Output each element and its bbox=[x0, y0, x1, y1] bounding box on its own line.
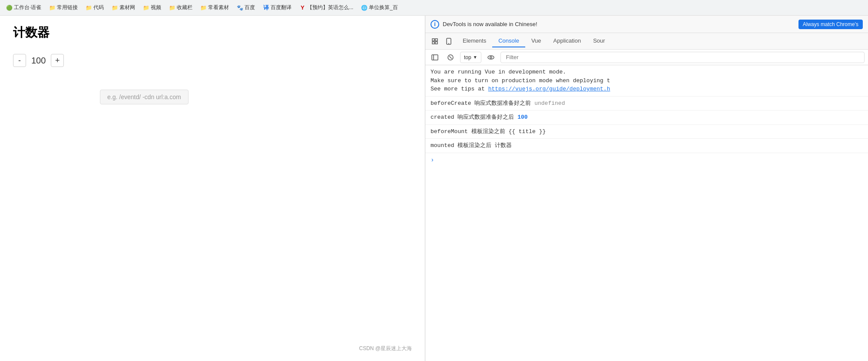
folder-icon-3: 📁 bbox=[112, 5, 118, 11]
select-element-icon[interactable] bbox=[429, 35, 441, 47]
tab-application[interactable]: Application bbox=[547, 35, 587, 47]
bookmark-workbench[interactable]: 🟢 工作台·语雀 bbox=[3, 3, 44, 12]
page-title: 计数器 bbox=[13, 24, 412, 41]
unit-icon: 🌐 bbox=[361, 5, 367, 11]
context-selector[interactable]: top ▼ bbox=[460, 52, 481, 63]
bookmark-bar: 🟢 工作台·语雀 📁 常用链接 📁 代码 📁 素材网 📁 视频 📁 收藏栏 📁 … bbox=[0, 0, 868, 16]
match-chrome-button[interactable]: Always match Chrome's bbox=[798, 20, 863, 29]
svg-rect-2 bbox=[432, 42, 434, 44]
translate-icon: 译 bbox=[263, 5, 269, 11]
bookmark-materials[interactable]: 📁 素材网 bbox=[109, 3, 138, 12]
context-chevron-icon: ▼ bbox=[473, 55, 477, 60]
console-output: You are running Vue in development mode.… bbox=[425, 65, 868, 361]
console-line-vue-warning: You are running Vue in development mode.… bbox=[425, 65, 868, 97]
sidebar-toggle-button[interactable] bbox=[429, 51, 441, 64]
svg-rect-1 bbox=[435, 39, 437, 41]
console-prompt: › bbox=[425, 153, 868, 167]
filter-box bbox=[500, 52, 865, 63]
svg-point-11 bbox=[490, 57, 492, 58]
footer-text: CSDN @星辰迷上大海 bbox=[359, 345, 412, 352]
console-line-before-create: beforeCreate 响应式数据准备好之前 undefined bbox=[425, 97, 868, 111]
console-text-before-mount: beforeMount 模板渲染之前 {{ title }} bbox=[431, 127, 863, 136]
device-mode-icon[interactable] bbox=[443, 35, 455, 47]
folder-icon-6: 📁 bbox=[200, 5, 206, 11]
tab-console[interactable]: Console bbox=[492, 35, 525, 47]
info-icon: i bbox=[431, 20, 439, 29]
workbench-icon: 🟢 bbox=[6, 5, 12, 11]
bookmark-baidu-translate-label: 百度翻译 bbox=[271, 4, 292, 11]
devtools-panel: i DevTools is now available in Chinese! … bbox=[425, 16, 868, 361]
folder-icon-1: 📁 bbox=[49, 5, 55, 11]
eye-filter-button[interactable] bbox=[485, 51, 497, 64]
bookmark-baidu[interactable]: 🐾 百度 bbox=[234, 3, 258, 12]
counter-value: 100 bbox=[31, 56, 46, 66]
notification-text: DevTools is now available in Chinese! bbox=[443, 21, 795, 27]
console-line-created: created 响应式数据准备好之后 100 bbox=[425, 110, 868, 125]
bookmark-youdao[interactable]: Y 【预约】英语怎么... bbox=[297, 3, 356, 12]
console-chevron-icon[interactable]: › bbox=[431, 157, 434, 164]
page-content: 计数器 - 100 + e.g. /eventd/ -cdn url:a.com… bbox=[0, 16, 425, 361]
svg-line-9 bbox=[449, 56, 452, 59]
context-label: top bbox=[464, 54, 471, 60]
bookmark-collection[interactable]: 📁 收藏栏 bbox=[166, 3, 195, 12]
clear-console-button[interactable] bbox=[444, 51, 457, 64]
decrement-button[interactable]: - bbox=[13, 54, 26, 67]
folder-icon-2: 📁 bbox=[86, 5, 92, 11]
bookmark-materials-label: 素材网 bbox=[119, 4, 135, 11]
bookmark-workbench-label: 工作台·语雀 bbox=[14, 4, 41, 11]
console-line-mounted: mounted 模板渲染之后 计数器 bbox=[425, 139, 868, 153]
main-area: 计数器 - 100 + e.g. /eventd/ -cdn url:a.com… bbox=[0, 16, 868, 361]
svg-rect-3 bbox=[435, 42, 437, 44]
bookmark-collection-label: 收藏栏 bbox=[177, 4, 192, 11]
tab-sources[interactable]: Sour bbox=[587, 35, 611, 47]
devtools-tabs: Elements Console Vue Application Sour bbox=[425, 33, 868, 50]
svg-rect-6 bbox=[432, 55, 438, 60]
baidu-icon: 🐾 bbox=[237, 5, 243, 11]
svg-rect-0 bbox=[432, 39, 434, 41]
youdao-icon: Y bbox=[299, 5, 305, 11]
counter-row: - 100 + bbox=[13, 54, 412, 67]
bookmark-common-reads-label: 常看素材 bbox=[208, 4, 229, 11]
bookmark-unit-converter[interactable]: 🌐 单位换算_百 bbox=[358, 3, 401, 12]
folder-icon-4: 📁 bbox=[143, 5, 149, 11]
bookmark-video-label: 视频 bbox=[151, 4, 161, 11]
console-text-before-create: beforeCreate 响应式数据准备好之前 undefined bbox=[431, 99, 863, 108]
bookmark-common-reads[interactable]: 📁 常看素材 bbox=[198, 3, 232, 12]
bookmark-baidu-translate[interactable]: 译 百度翻译 bbox=[260, 3, 294, 12]
filter-input[interactable] bbox=[504, 53, 861, 61]
vue-guide-link[interactable]: https://vuejs.org/guide/deployment.h bbox=[488, 86, 610, 92]
devtools-toolbar: top ▼ bbox=[425, 50, 868, 65]
folder-icon-5: 📁 bbox=[169, 5, 175, 11]
bookmark-youdao-label: 【预约】英语怎么... bbox=[307, 4, 353, 11]
bookmark-common-links-label: 常用链接 bbox=[57, 4, 78, 11]
svg-point-10 bbox=[488, 56, 494, 59]
bookmark-video[interactable]: 📁 视频 bbox=[140, 3, 164, 12]
console-text-vue-warning: You are running Vue in development mode.… bbox=[431, 68, 863, 94]
bookmark-unit-converter-label: 单位换算_百 bbox=[369, 4, 398, 11]
tab-vue[interactable]: Vue bbox=[525, 35, 547, 47]
console-text-mounted: mounted 模板渲染之后 计数器 bbox=[431, 141, 863, 150]
tab-elements[interactable]: Elements bbox=[457, 35, 492, 47]
console-line-before-mount: beforeMount 模板渲染之前 {{ title }} bbox=[425, 125, 868, 139]
console-text-created: created 响应式数据准备好之后 100 bbox=[431, 113, 863, 122]
increment-button[interactable]: + bbox=[51, 54, 64, 67]
bookmark-code[interactable]: 📁 代码 bbox=[83, 3, 106, 12]
search-input-placeholder[interactable]: e.g. /eventd/ -cdn url:a.com bbox=[100, 90, 189, 104]
bookmark-baidu-label: 百度 bbox=[245, 4, 255, 11]
devtools-notification: i DevTools is now available in Chinese! … bbox=[425, 16, 868, 33]
bookmark-common-links[interactable]: 📁 常用链接 bbox=[46, 3, 80, 12]
bookmark-code-label: 代码 bbox=[93, 4, 104, 11]
search-placeholder-text: e.g. /eventd/ -cdn url:a.com bbox=[107, 94, 181, 100]
